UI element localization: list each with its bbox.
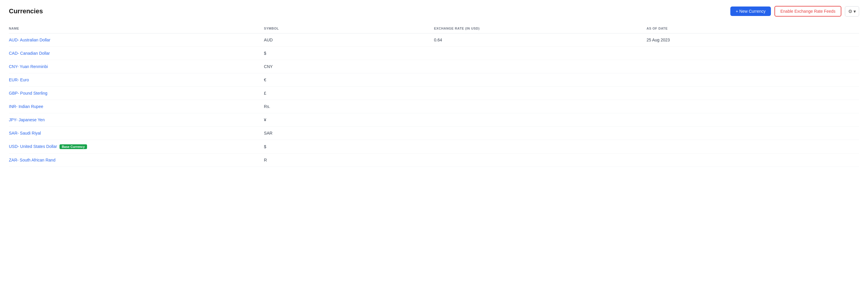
enable-exchange-rate-feeds-button[interactable]: Enable Exchange Rate Feeds	[774, 6, 841, 16]
currency-symbol: €	[264, 73, 434, 87]
new-currency-button[interactable]: + New Currency	[730, 6, 771, 16]
table-row: CAD- Canadian Dollar$	[9, 47, 859, 60]
currency-symbol: Rs.	[264, 100, 434, 113]
table-row: CNY- Yuan RenminbiCNY	[9, 60, 859, 73]
currency-name-link[interactable]: JPY- Japanese Yen	[9, 117, 45, 122]
currency-name-link[interactable]: ZAR- South African Rand	[9, 157, 55, 163]
currency-symbol: $	[264, 140, 434, 153]
currency-name-link[interactable]: GBP- Pound Sterling	[9, 91, 48, 96]
currency-symbol: £	[264, 87, 434, 100]
currency-symbol: SAR	[264, 127, 434, 140]
currency-name-link[interactable]: INR- Indian Rupee	[9, 104, 43, 109]
gear-icon: ⚙	[848, 8, 852, 14]
exchange-rate	[434, 127, 647, 140]
table-row: INR- Indian RupeeRs.	[9, 100, 859, 113]
exchange-rate	[434, 87, 647, 100]
currency-name-link[interactable]: EUR- Euro	[9, 77, 29, 82]
table-row: JPY- Japanese Yen¥	[9, 113, 859, 127]
col-header-symbol: SYMBOL	[264, 24, 434, 33]
as-of-date	[647, 73, 859, 87]
as-of-date	[647, 87, 859, 100]
as-of-date	[647, 100, 859, 113]
col-header-exchange-rate: EXCHANGE RATE (IN USD)	[434, 24, 647, 33]
as-of-date	[647, 153, 859, 167]
table-header: NAME SYMBOL EXCHANGE RATE (IN USD) AS OF…	[9, 24, 859, 33]
table-row: GBP- Pound Sterling£	[9, 87, 859, 100]
table-row: SAR- Saudi RiyalSAR	[9, 127, 859, 140]
as-of-date	[647, 127, 859, 140]
exchange-rate	[434, 113, 647, 127]
as-of-date	[647, 60, 859, 73]
page-container: Currencies + New Currency Enable Exchang…	[0, 0, 868, 173]
as-of-date	[647, 140, 859, 153]
currencies-table-container: NAME SYMBOL EXCHANGE RATE (IN USD) AS OF…	[9, 24, 859, 167]
currency-symbol: R	[264, 153, 434, 167]
exchange-rate	[434, 73, 647, 87]
table-row: AUD- Australian DollarAUD0.6425 Aug 2023	[9, 33, 859, 47]
exchange-rate	[434, 153, 647, 167]
currency-name-link[interactable]: CNY- Yuan Renminbi	[9, 64, 48, 69]
settings-button[interactable]: ⚙ ▾	[845, 6, 859, 16]
exchange-rate	[434, 47, 647, 60]
table-row: EUR- Euro€	[9, 73, 859, 87]
col-header-as-of-date: AS OF DATE	[647, 24, 859, 33]
table-row: USD- United States DollarBase Currency$	[9, 140, 859, 153]
page-title: Currencies	[9, 7, 43, 15]
currency-symbol: AUD	[264, 33, 434, 47]
chevron-down-icon: ▾	[854, 8, 856, 14]
as-of-date	[647, 113, 859, 127]
page-header: Currencies + New Currency Enable Exchang…	[9, 6, 859, 16]
as-of-date: 25 Aug 2023	[647, 33, 859, 47]
table-row: ZAR- South African RandR	[9, 153, 859, 167]
exchange-rate: 0.64	[434, 33, 647, 47]
base-currency-badge: Base Currency	[60, 144, 87, 149]
currency-name-link[interactable]: USD- United States Dollar	[9, 144, 57, 149]
col-header-name: NAME	[9, 24, 264, 33]
header-actions: + New Currency Enable Exchange Rate Feed…	[730, 6, 859, 16]
currency-symbol: CNY	[264, 60, 434, 73]
currencies-table: NAME SYMBOL EXCHANGE RATE (IN USD) AS OF…	[9, 24, 859, 167]
exchange-rate	[434, 60, 647, 73]
exchange-rate	[434, 140, 647, 153]
currency-name-link[interactable]: AUD- Australian Dollar	[9, 38, 50, 42]
currency-name-link[interactable]: SAR- Saudi Riyal	[9, 131, 41, 136]
as-of-date	[647, 47, 859, 60]
exchange-rate	[434, 100, 647, 113]
currency-name-link[interactable]: CAD- Canadian Dollar	[9, 51, 50, 56]
currency-symbol: $	[264, 47, 434, 60]
table-body: AUD- Australian DollarAUD0.6425 Aug 2023…	[9, 33, 859, 167]
currency-symbol: ¥	[264, 113, 434, 127]
